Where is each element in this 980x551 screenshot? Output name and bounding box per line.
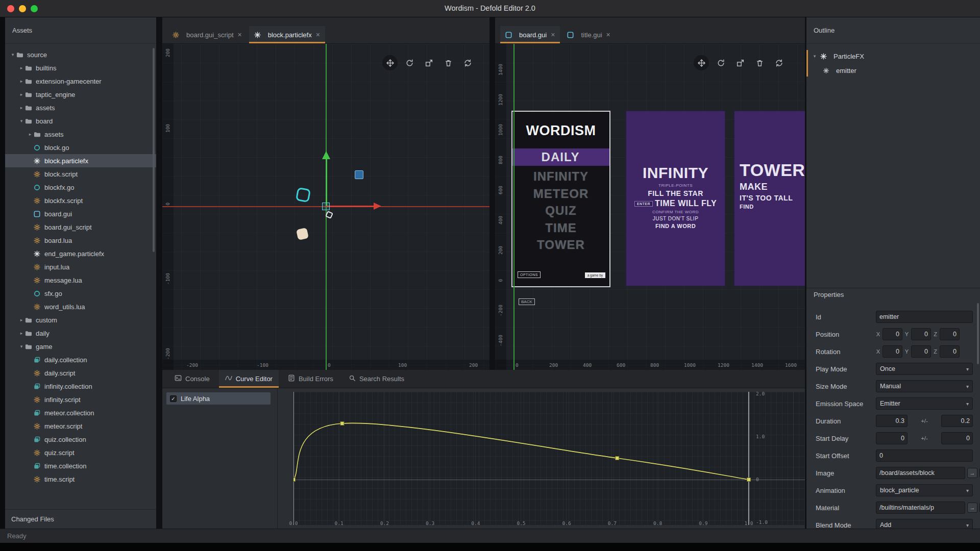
tree-item-assets[interactable]: ▸assets (5, 101, 156, 114)
splitter-assets[interactable] (156, 17, 162, 529)
tree-collapsed-arrow-icon[interactable]: ▸ (18, 92, 25, 97)
property-input[interactable] (883, 345, 902, 358)
tree-expanded-arrow-icon[interactable]: ▾ (18, 344, 25, 349)
tree-expanded-arrow-icon[interactable]: ▾ (812, 54, 818, 59)
tree-item-game[interactable]: ▾game (5, 340, 156, 353)
tree-item-board-gui[interactable]: board.gui (5, 207, 156, 220)
tab-curve-editor[interactable]: Curve Editor (219, 370, 279, 388)
tree-item-end_game-particlefx[interactable]: end_game.particlefx (5, 247, 156, 260)
tree-expanded-arrow-icon[interactable]: ▾ (18, 118, 25, 123)
properties-scrollbar[interactable] (977, 303, 979, 364)
minimize-button[interactable] (19, 5, 26, 12)
gui-screen-infinity[interactable]: INFINITYTRIPLE-POINTSFILL THE STARENTERT… (626, 111, 725, 286)
close-button[interactable] (7, 5, 14, 12)
tab-build-errors[interactable]: Build Errors (282, 370, 339, 388)
close-tab-icon[interactable]: × (606, 31, 610, 39)
tree-collapsed-arrow-icon[interactable]: ▸ (18, 65, 25, 70)
tree-item-block-particlefx[interactable]: block.particlefx (5, 154, 156, 167)
tree-item-word_utils-lua[interactable]: word_utils.lua (5, 300, 156, 313)
tree-item-infinity-collection[interactable]: infinity.collection (5, 380, 156, 393)
tab-block-particlefx[interactable]: block.particlefx× (249, 26, 325, 43)
gui-canvas[interactable]: WORDISM DAILY INFINITYMETEORQUIZTIMETOWE… (495, 44, 805, 370)
property-input[interactable] (876, 311, 973, 323)
tab-board-gui[interactable]: board.gui× (500, 26, 560, 43)
particle-blue-square[interactable] (355, 170, 363, 179)
assets-scrollbar[interactable] (153, 48, 155, 252)
rotate-tool-button[interactable] (713, 55, 728, 70)
scale-tool-button[interactable] (421, 55, 436, 70)
curve-control-point[interactable] (747, 478, 751, 482)
gui-screen-tower[interactable]: TOWERMAKEIT'S TOO TALLFIND (734, 111, 805, 286)
tab-search-results[interactable]: Search Results (342, 370, 410, 388)
tree-item-assets[interactable]: ▸assets (5, 128, 156, 141)
gizmo-x-arrow[interactable] (374, 203, 381, 210)
tree-item-daily[interactable]: ▸daily (5, 327, 156, 340)
tree-item-builtins[interactable]: ▸builtins (5, 61, 156, 74)
tree-item-quiz-script[interactable]: quiz.script (5, 446, 156, 459)
property-input[interactable] (876, 432, 908, 444)
property-input[interactable] (940, 345, 960, 358)
emitter-selection-box[interactable] (322, 203, 330, 210)
tab-board-gui_script[interactable]: board.gui_script× (167, 26, 247, 43)
property-input[interactable] (941, 432, 973, 444)
tree-item-daily-collection[interactable]: daily.collection (5, 353, 156, 366)
tree-collapsed-arrow-icon[interactable]: ▸ (18, 105, 25, 110)
property-dropdown[interactable]: Once▾ (876, 363, 973, 375)
property-dropdown[interactable]: Add▾ (876, 519, 973, 529)
tree-item-time-collection[interactable]: time.collection (5, 459, 156, 472)
tree-item-daily-script[interactable]: daily.script (5, 366, 156, 380)
gui-screen-title[interactable]: WORDISM DAILY INFINITYMETEORQUIZTIMETOWE… (511, 111, 610, 287)
tree-item-input-lua[interactable]: input.lua (5, 260, 156, 273)
move-tool-button[interactable] (694, 55, 709, 70)
tree-item-infinity-script[interactable]: infinity.script (5, 393, 156, 406)
gizmo-y-segment[interactable] (326, 159, 327, 207)
close-tab-icon[interactable]: × (238, 31, 242, 39)
checkbox-checked-icon[interactable]: ✓ (170, 395, 177, 402)
open-resource-button[interactable]: → (967, 503, 977, 513)
trash-tool-button[interactable] (752, 55, 767, 70)
property-input[interactable] (876, 449, 973, 462)
property-dropdown[interactable]: Emitter▾ (876, 397, 973, 410)
tree-collapsed-arrow-icon[interactable]: ▸ (18, 331, 25, 336)
tree-item-blockfx-script[interactable]: blockfx.script (5, 194, 156, 207)
property-input[interactable] (876, 502, 965, 514)
tree-item-time-script[interactable]: time.script (5, 472, 156, 486)
scene-canvas[interactable]: 2001000-100-200-200-1000100200 (162, 44, 489, 370)
tree-item-source[interactable]: ▾source (5, 48, 156, 61)
close-tab-icon[interactable]: × (316, 31, 320, 39)
curve-control-point[interactable] (293, 478, 296, 482)
outline-item-particlefx[interactable]: ▾ ParticleFX (806, 49, 980, 63)
changed-files-section[interactable]: Changed Files (5, 509, 156, 529)
curve-list-item[interactable]: ✓ Life Alpha (166, 392, 271, 405)
tree-item-meteor-collection[interactable]: meteor.collection (5, 406, 156, 419)
tree-expanded-arrow-icon[interactable]: ▾ (9, 52, 16, 57)
property-dropdown[interactable]: block_particle▾ (876, 484, 973, 496)
tree-item-blockfx-go[interactable]: blockfx.go (5, 181, 156, 194)
gizmo-x-segment[interactable] (326, 206, 374, 207)
property-dropdown[interactable]: Manual▾ (876, 380, 973, 392)
tree-item-block-script[interactable]: block.script (5, 167, 156, 181)
particle-tan-square[interactable] (296, 228, 309, 240)
tab-title-gui[interactable]: title.gui× (562, 26, 615, 43)
curve-plot-area[interactable]: 0.00.10.20.30.40.50.60.70.80.91.02.01.00… (293, 392, 805, 525)
splitter-center[interactable] (489, 17, 495, 370)
property-input[interactable] (883, 328, 902, 340)
particle-cyan-square[interactable] (296, 187, 311, 203)
trash-tool-button[interactable] (440, 55, 456, 70)
move-tool-button[interactable] (382, 55, 398, 70)
life-alpha-curve[interactable] (293, 423, 749, 480)
reload-tool-button[interactable] (771, 55, 787, 70)
tree-collapsed-arrow-icon[interactable]: ▸ (27, 132, 34, 137)
tree-item-board-lua[interactable]: board.lua (5, 234, 156, 247)
property-input[interactable] (876, 415, 908, 427)
tree-item-custom[interactable]: ▸custom (5, 313, 156, 327)
reload-tool-button[interactable] (460, 55, 475, 70)
open-resource-button[interactable]: → (967, 468, 977, 478)
curve-control-point[interactable] (340, 422, 344, 425)
tree-item-block-go[interactable]: block.go (5, 141, 156, 154)
curve-control-point[interactable] (616, 457, 619, 460)
tree-collapsed-arrow-icon[interactable]: ▸ (18, 317, 25, 322)
property-input[interactable] (876, 467, 965, 479)
property-input[interactable] (911, 345, 931, 358)
tree-item-sfx-go[interactable]: sfx.go (5, 287, 156, 300)
